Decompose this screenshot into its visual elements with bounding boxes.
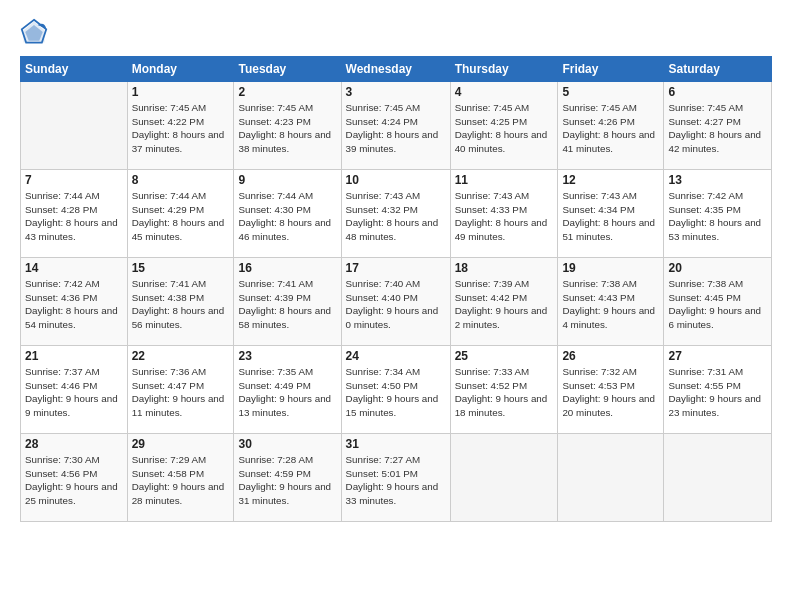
day-number: 23: [238, 349, 336, 363]
day-info: Sunrise: 7:41 AM Sunset: 4:39 PM Dayligh…: [238, 277, 336, 332]
day-number: 7: [25, 173, 123, 187]
calendar-cell: 22Sunrise: 7:36 AM Sunset: 4:47 PM Dayli…: [127, 346, 234, 434]
day-number: 28: [25, 437, 123, 451]
calendar-cell: [450, 434, 558, 522]
calendar-cell: 20Sunrise: 7:38 AM Sunset: 4:45 PM Dayli…: [664, 258, 772, 346]
weekday-header-saturday: Saturday: [664, 57, 772, 82]
calendar-cell: 25Sunrise: 7:33 AM Sunset: 4:52 PM Dayli…: [450, 346, 558, 434]
day-info: Sunrise: 7:43 AM Sunset: 4:34 PM Dayligh…: [562, 189, 659, 244]
calendar-cell: 2Sunrise: 7:45 AM Sunset: 4:23 PM Daylig…: [234, 82, 341, 170]
calendar-cell: 16Sunrise: 7:41 AM Sunset: 4:39 PM Dayli…: [234, 258, 341, 346]
day-number: 15: [132, 261, 230, 275]
calendar-table: SundayMondayTuesdayWednesdayThursdayFrid…: [20, 56, 772, 522]
calendar-cell: 13Sunrise: 7:42 AM Sunset: 4:35 PM Dayli…: [664, 170, 772, 258]
day-info: Sunrise: 7:45 AM Sunset: 4:23 PM Dayligh…: [238, 101, 336, 156]
weekday-header-monday: Monday: [127, 57, 234, 82]
day-info: Sunrise: 7:38 AM Sunset: 4:43 PM Dayligh…: [562, 277, 659, 332]
day-info: Sunrise: 7:45 AM Sunset: 4:22 PM Dayligh…: [132, 101, 230, 156]
day-info: Sunrise: 7:39 AM Sunset: 4:42 PM Dayligh…: [455, 277, 554, 332]
weekday-header-row: SundayMondayTuesdayWednesdayThursdayFrid…: [21, 57, 772, 82]
day-info: Sunrise: 7:44 AM Sunset: 4:28 PM Dayligh…: [25, 189, 123, 244]
day-info: Sunrise: 7:36 AM Sunset: 4:47 PM Dayligh…: [132, 365, 230, 420]
day-number: 22: [132, 349, 230, 363]
header: [20, 18, 772, 46]
day-info: Sunrise: 7:34 AM Sunset: 4:50 PM Dayligh…: [346, 365, 446, 420]
calendar-cell: 18Sunrise: 7:39 AM Sunset: 4:42 PM Dayli…: [450, 258, 558, 346]
day-number: 6: [668, 85, 767, 99]
calendar-cell: [21, 82, 128, 170]
calendar-cell: 15Sunrise: 7:41 AM Sunset: 4:38 PM Dayli…: [127, 258, 234, 346]
weekday-header-sunday: Sunday: [21, 57, 128, 82]
calendar-cell: 3Sunrise: 7:45 AM Sunset: 4:24 PM Daylig…: [341, 82, 450, 170]
calendar-cell: [664, 434, 772, 522]
day-info: Sunrise: 7:30 AM Sunset: 4:56 PM Dayligh…: [25, 453, 123, 508]
calendar-cell: 11Sunrise: 7:43 AM Sunset: 4:33 PM Dayli…: [450, 170, 558, 258]
day-info: Sunrise: 7:43 AM Sunset: 4:32 PM Dayligh…: [346, 189, 446, 244]
day-number: 24: [346, 349, 446, 363]
calendar-cell: 5Sunrise: 7:45 AM Sunset: 4:26 PM Daylig…: [558, 82, 664, 170]
calendar-cell: 24Sunrise: 7:34 AM Sunset: 4:50 PM Dayli…: [341, 346, 450, 434]
day-number: 27: [668, 349, 767, 363]
day-number: 30: [238, 437, 336, 451]
weekday-header-tuesday: Tuesday: [234, 57, 341, 82]
calendar-cell: 10Sunrise: 7:43 AM Sunset: 4:32 PM Dayli…: [341, 170, 450, 258]
weekday-header-friday: Friday: [558, 57, 664, 82]
day-info: Sunrise: 7:29 AM Sunset: 4:58 PM Dayligh…: [132, 453, 230, 508]
day-number: 12: [562, 173, 659, 187]
day-number: 19: [562, 261, 659, 275]
calendar-cell: 30Sunrise: 7:28 AM Sunset: 4:59 PM Dayli…: [234, 434, 341, 522]
calendar-week-2: 7Sunrise: 7:44 AM Sunset: 4:28 PM Daylig…: [21, 170, 772, 258]
day-info: Sunrise: 7:43 AM Sunset: 4:33 PM Dayligh…: [455, 189, 554, 244]
day-info: Sunrise: 7:38 AM Sunset: 4:45 PM Dayligh…: [668, 277, 767, 332]
day-info: Sunrise: 7:44 AM Sunset: 4:30 PM Dayligh…: [238, 189, 336, 244]
day-number: 13: [668, 173, 767, 187]
calendar-cell: 28Sunrise: 7:30 AM Sunset: 4:56 PM Dayli…: [21, 434, 128, 522]
page: SundayMondayTuesdayWednesdayThursdayFrid…: [0, 0, 792, 612]
day-info: Sunrise: 7:45 AM Sunset: 4:26 PM Dayligh…: [562, 101, 659, 156]
day-number: 20: [668, 261, 767, 275]
day-number: 18: [455, 261, 554, 275]
day-number: 8: [132, 173, 230, 187]
day-number: 3: [346, 85, 446, 99]
calendar-cell: 9Sunrise: 7:44 AM Sunset: 4:30 PM Daylig…: [234, 170, 341, 258]
day-info: Sunrise: 7:45 AM Sunset: 4:24 PM Dayligh…: [346, 101, 446, 156]
day-number: 9: [238, 173, 336, 187]
calendar-week-5: 28Sunrise: 7:30 AM Sunset: 4:56 PM Dayli…: [21, 434, 772, 522]
calendar-cell: 19Sunrise: 7:38 AM Sunset: 4:43 PM Dayli…: [558, 258, 664, 346]
day-info: Sunrise: 7:45 AM Sunset: 4:25 PM Dayligh…: [455, 101, 554, 156]
day-number: 31: [346, 437, 446, 451]
calendar-cell: 21Sunrise: 7:37 AM Sunset: 4:46 PM Dayli…: [21, 346, 128, 434]
calendar-cell: 14Sunrise: 7:42 AM Sunset: 4:36 PM Dayli…: [21, 258, 128, 346]
calendar-cell: 6Sunrise: 7:45 AM Sunset: 4:27 PM Daylig…: [664, 82, 772, 170]
day-info: Sunrise: 7:31 AM Sunset: 4:55 PM Dayligh…: [668, 365, 767, 420]
calendar-week-3: 14Sunrise: 7:42 AM Sunset: 4:36 PM Dayli…: [21, 258, 772, 346]
day-number: 16: [238, 261, 336, 275]
calendar-week-4: 21Sunrise: 7:37 AM Sunset: 4:46 PM Dayli…: [21, 346, 772, 434]
calendar-cell: 29Sunrise: 7:29 AM Sunset: 4:58 PM Dayli…: [127, 434, 234, 522]
day-info: Sunrise: 7:42 AM Sunset: 4:35 PM Dayligh…: [668, 189, 767, 244]
calendar-cell: 12Sunrise: 7:43 AM Sunset: 4:34 PM Dayli…: [558, 170, 664, 258]
day-info: Sunrise: 7:28 AM Sunset: 4:59 PM Dayligh…: [238, 453, 336, 508]
calendar-cell: 26Sunrise: 7:32 AM Sunset: 4:53 PM Dayli…: [558, 346, 664, 434]
calendar-cell: 23Sunrise: 7:35 AM Sunset: 4:49 PM Dayli…: [234, 346, 341, 434]
logo-icon: [20, 18, 48, 46]
day-info: Sunrise: 7:27 AM Sunset: 5:01 PM Dayligh…: [346, 453, 446, 508]
day-number: 5: [562, 85, 659, 99]
day-info: Sunrise: 7:42 AM Sunset: 4:36 PM Dayligh…: [25, 277, 123, 332]
day-info: Sunrise: 7:35 AM Sunset: 4:49 PM Dayligh…: [238, 365, 336, 420]
calendar-cell: 31Sunrise: 7:27 AM Sunset: 5:01 PM Dayli…: [341, 434, 450, 522]
day-info: Sunrise: 7:45 AM Sunset: 4:27 PM Dayligh…: [668, 101, 767, 156]
weekday-header-thursday: Thursday: [450, 57, 558, 82]
day-info: Sunrise: 7:44 AM Sunset: 4:29 PM Dayligh…: [132, 189, 230, 244]
day-number: 2: [238, 85, 336, 99]
calendar-cell: 1Sunrise: 7:45 AM Sunset: 4:22 PM Daylig…: [127, 82, 234, 170]
day-info: Sunrise: 7:32 AM Sunset: 4:53 PM Dayligh…: [562, 365, 659, 420]
calendar-cell: 8Sunrise: 7:44 AM Sunset: 4:29 PM Daylig…: [127, 170, 234, 258]
calendar-cell: 4Sunrise: 7:45 AM Sunset: 4:25 PM Daylig…: [450, 82, 558, 170]
day-number: 11: [455, 173, 554, 187]
day-info: Sunrise: 7:33 AM Sunset: 4:52 PM Dayligh…: [455, 365, 554, 420]
day-info: Sunrise: 7:41 AM Sunset: 4:38 PM Dayligh…: [132, 277, 230, 332]
day-number: 21: [25, 349, 123, 363]
logo: [20, 18, 52, 46]
calendar-cell: 27Sunrise: 7:31 AM Sunset: 4:55 PM Dayli…: [664, 346, 772, 434]
